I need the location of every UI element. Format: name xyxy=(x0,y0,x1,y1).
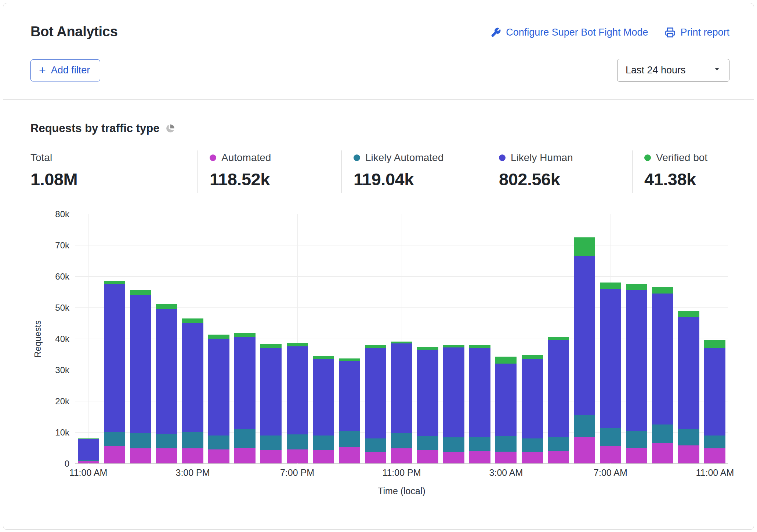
y-axis-tick-label: 80k xyxy=(55,209,69,219)
y-axis-tick-label: 60k xyxy=(55,272,69,282)
stat-likely-human-value: 802.56k xyxy=(499,169,632,189)
bar-segment-verified-bot xyxy=(574,237,595,256)
y-axis-ticks: 010k20k30k40k50k60k70k80k xyxy=(45,214,69,464)
bar-segment-verified-bot xyxy=(548,337,569,340)
bar-segment-likely-automated xyxy=(130,433,151,449)
stat-likely-automated[interactable]: Likely Automated 119.04k xyxy=(341,150,487,193)
bar-stack[interactable] xyxy=(182,318,203,463)
configure-super-bot-fight-mode-link[interactable]: Configure Super Bot Fight Mode xyxy=(490,27,648,38)
bar-stack[interactable] xyxy=(208,335,229,463)
bar-segment-automated xyxy=(104,446,125,463)
bar-stack[interactable] xyxy=(495,357,517,463)
bar-segment-likely-human xyxy=(365,348,386,439)
bar-segment-automated xyxy=(600,446,621,463)
bar-stack[interactable] xyxy=(391,342,412,463)
y-axis-tick-label: 0 xyxy=(65,459,69,469)
y-axis-tick-label: 10k xyxy=(55,427,69,438)
bar-stack[interactable] xyxy=(130,290,151,463)
stat-automated-label: Automated xyxy=(221,152,271,164)
bar-segment-automated xyxy=(130,448,151,463)
likely-human-dot-icon xyxy=(499,154,506,161)
bar-segment-automated xyxy=(313,450,334,463)
bar-segment-verified-bot xyxy=(495,357,517,364)
bar-stack[interactable] xyxy=(522,355,543,463)
y-axis-tick-label: 50k xyxy=(55,303,69,313)
bar-segment-automated xyxy=(495,452,517,463)
stat-verified-bot[interactable]: Verified bot 41.38k xyxy=(632,150,728,193)
time-range-select[interactable]: Last 24 hours xyxy=(617,59,729,82)
bar-segment-likely-automated xyxy=(548,437,569,451)
bar-stack[interactable] xyxy=(626,284,647,463)
bar-segment-automated xyxy=(339,447,360,463)
bar-stack[interactable] xyxy=(287,343,308,463)
x-axis-tick-label: 3:00 PM xyxy=(175,467,210,478)
stat-automated[interactable]: Automated 118.52k xyxy=(198,150,341,193)
y-axis-title: Requests xyxy=(30,214,45,464)
bar-stack[interactable] xyxy=(443,345,464,463)
chevron-down-icon xyxy=(711,63,722,77)
bar-stack[interactable] xyxy=(339,358,360,463)
bar-segment-likely-human xyxy=(600,289,621,428)
stat-likely-human[interactable]: Likely Human 802.56k xyxy=(487,150,632,193)
stat-total-label: Total xyxy=(30,152,52,164)
bar-stack[interactable] xyxy=(313,356,334,463)
bar-stack[interactable] xyxy=(469,345,490,463)
bar-segment-automated xyxy=(652,443,673,463)
bar-segment-likely-automated xyxy=(443,437,464,452)
bar-stack[interactable] xyxy=(574,237,595,463)
bar-stack[interactable] xyxy=(104,281,125,463)
bar-segment-verified-bot xyxy=(104,281,125,284)
bar-segment-likely-automated xyxy=(652,424,673,443)
bar-segment-likely-automated xyxy=(182,432,203,448)
bar-stack[interactable] xyxy=(78,438,99,463)
bar-stack[interactable] xyxy=(260,344,282,463)
bar-segment-automated xyxy=(287,449,308,463)
bar-segment-automated xyxy=(234,448,256,464)
bar-segment-likely-human xyxy=(495,364,517,436)
bar-segment-likely-automated xyxy=(365,438,386,452)
bar-segment-verified-bot xyxy=(130,290,151,295)
bar-stack[interactable] xyxy=(678,311,699,463)
bar-segment-likely-human xyxy=(391,343,412,433)
chart-plot-area xyxy=(75,214,728,464)
section-heading: Requests by traffic type xyxy=(30,122,159,135)
bar-segment-automated xyxy=(260,450,282,463)
bar-segment-likely-automated xyxy=(522,438,543,452)
bar-segment-likely-human xyxy=(234,337,256,429)
bar-stack[interactable] xyxy=(365,345,386,463)
bar-stack[interactable] xyxy=(417,347,438,463)
bar-segment-automated xyxy=(156,448,177,463)
bar-segment-likely-automated xyxy=(417,436,438,450)
add-filter-button[interactable]: + Add filter xyxy=(30,59,100,81)
page-title: Bot Analytics xyxy=(30,24,118,40)
stat-likely-automated-value: 119.04k xyxy=(354,169,487,189)
plus-icon: + xyxy=(39,66,46,74)
traffic-type-legend: Total 1.08M Automated 118.52k Likely Aut… xyxy=(30,150,728,193)
bar-segment-verified-bot xyxy=(443,345,464,347)
bar-stack[interactable] xyxy=(600,283,621,463)
bar-segment-automated xyxy=(365,452,386,463)
print-report-link[interactable]: Print report xyxy=(665,27,729,38)
bar-segment-automated xyxy=(574,437,595,463)
bar-segment-automated xyxy=(522,452,543,463)
bar-segment-likely-human xyxy=(156,309,177,434)
bar-segment-verified-bot xyxy=(156,304,177,309)
likely-automated-dot-icon xyxy=(354,154,360,161)
bar-segment-likely-automated xyxy=(574,415,595,437)
bar-stack[interactable] xyxy=(234,333,256,463)
bar-stack[interactable] xyxy=(156,304,177,463)
y-axis-tick-label: 30k xyxy=(55,365,69,375)
bar-segment-likely-human xyxy=(417,350,438,436)
add-filter-label: Add filter xyxy=(51,65,90,76)
bar-segment-verified-bot xyxy=(339,358,360,361)
bar-segment-verified-bot xyxy=(313,356,334,359)
bar-stack[interactable] xyxy=(652,287,673,463)
bar-segment-likely-human xyxy=(313,359,334,435)
bar-segment-verified-bot xyxy=(678,311,699,317)
verified-bot-dot-icon xyxy=(644,154,651,161)
bar-segment-verified-bot xyxy=(469,345,490,348)
bar-stack[interactable] xyxy=(704,340,725,463)
bar-stack[interactable] xyxy=(548,337,569,463)
bar-segment-likely-automated xyxy=(260,436,282,451)
stat-total-value: 1.08M xyxy=(30,169,198,189)
